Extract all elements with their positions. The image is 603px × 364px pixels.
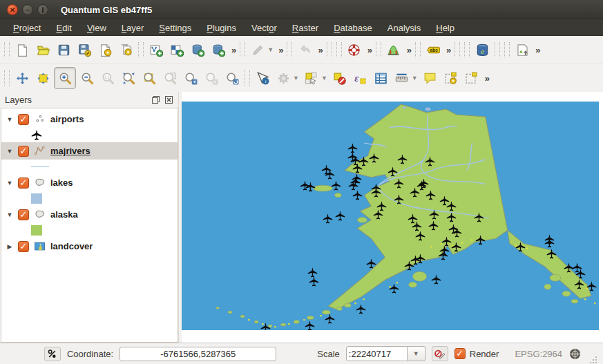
- pan-to-selection-button[interactable]: [33, 68, 52, 88]
- select-by-expression-button[interactable]: ε: [351, 68, 370, 88]
- refresh-map-button[interactable]: [222, 68, 242, 88]
- db-manager-button[interactable]: e: [472, 40, 492, 59]
- add-spatialite-layer-button[interactable]: [209, 40, 228, 59]
- minimize-window-icon[interactable]: −: [22, 4, 33, 15]
- menu-layer[interactable]: Layer: [114, 21, 152, 35]
- layer-visibility-checkbox[interactable]: ✓: [18, 241, 29, 252]
- composer-manager-button[interactable]: [116, 40, 135, 59]
- maximize-window-icon[interactable]: [37, 4, 48, 15]
- map-ocean[interactable]: [182, 102, 599, 330]
- layer-visibility-checkbox[interactable]: ✓: [18, 114, 29, 125]
- toolbar-drag-handle[interactable]: [415, 42, 421, 57]
- menu-plugins[interactable]: Plugins: [199, 21, 244, 35]
- layer-expander-icon[interactable]: ▼: [6, 211, 13, 218]
- add-raster-layer-button[interactable]: [167, 40, 186, 59]
- save-project-as-button[interactable]: [75, 40, 94, 59]
- toolbar-drag-handle[interactable]: [495, 42, 500, 57]
- float-panel-icon[interactable]: [151, 95, 160, 105]
- layer-visibility-checkbox[interactable]: ✓: [18, 146, 29, 157]
- layer-label[interactable]: alaska: [50, 209, 78, 220]
- layer-item-lakes[interactable]: ▼✓lakes: [1, 174, 178, 191]
- render-checkbox[interactable]: ✓: [454, 348, 466, 359]
- toolbar-drag-handle[interactable]: [4, 70, 10, 86]
- title-bar[interactable]: ✕ − Quantum GIS eb47ff5: [0, 0, 603, 19]
- toolbar-overflow-icon[interactable]: »: [535, 45, 539, 55]
- toolbar-drag-handle[interactable]: [138, 42, 144, 57]
- toolbar-drag-handle[interactable]: [327, 42, 332, 57]
- scale-value[interactable]: :22240717: [346, 346, 408, 361]
- map-tips-button[interactable]: [421, 68, 440, 88]
- close-panel-icon[interactable]: [164, 95, 173, 105]
- toolbar-overflow-icon[interactable]: »: [231, 45, 235, 55]
- zoom-previous-button[interactable]: [181, 68, 200, 88]
- labeling-button[interactable]: abc: [423, 40, 443, 59]
- toolbar-drag-handle[interactable]: [464, 42, 470, 57]
- layer-item-airports[interactable]: ▼✓airports: [1, 111, 178, 128]
- menu-raster[interactable]: Raster: [285, 21, 326, 35]
- raster-histogram-button[interactable]: [384, 40, 403, 59]
- layer-expander-icon[interactable]: ▶: [6, 243, 13, 250]
- toolbar-overflow-icon[interactable]: »: [278, 45, 282, 55]
- map-tool-settings-button[interactable]: [274, 68, 293, 88]
- layer-visibility-checkbox[interactable]: ✓: [18, 209, 29, 220]
- dropdown-arrow-icon[interactable]: ▼: [412, 75, 418, 82]
- identify-features-button[interactable]: i: [253, 68, 272, 88]
- layer-item-landcover[interactable]: ▶✓landcover: [1, 238, 178, 255]
- dropdown-arrow-icon[interactable]: ▼: [321, 75, 327, 82]
- undo-button[interactable]: [295, 40, 314, 59]
- layer-label[interactable]: airports: [50, 114, 84, 124]
- toolbar-drag-handle[interactable]: [336, 42, 342, 57]
- toolbar-drag-handle[interactable]: [4, 42, 10, 57]
- crs-globe-icon[interactable]: [568, 347, 582, 361]
- toolbar-drag-handle[interactable]: [376, 42, 381, 57]
- menu-help[interactable]: Help: [428, 21, 462, 35]
- add-postgis-layer-button[interactable]: [188, 40, 207, 59]
- zoom-in-button[interactable]: [54, 67, 76, 89]
- menu-vector[interactable]: Vector: [244, 21, 285, 35]
- layer-expander-icon[interactable]: ▼: [6, 148, 13, 155]
- layer-expander-icon[interactable]: ▼: [6, 116, 13, 123]
- toolbar-overflow-icon[interactable]: »: [485, 73, 488, 84]
- layer-item-alaska[interactable]: ▼✓alaska: [1, 206, 178, 223]
- layer-label[interactable]: landcover: [50, 241, 93, 251]
- toolbar-overflow-icon[interactable]: »: [446, 45, 450, 55]
- menu-analysis[interactable]: Analysis: [380, 21, 428, 35]
- toolbar-overflow-icon[interactable]: »: [407, 45, 410, 55]
- open-project-button[interactable]: [33, 40, 52, 59]
- coordinate-input[interactable]: [119, 347, 276, 361]
- toggle-editing-button[interactable]: [248, 40, 267, 59]
- menu-edit[interactable]: Edit: [48, 21, 79, 35]
- menu-database[interactable]: Database: [326, 21, 380, 35]
- scale-dropdown-icon[interactable]: ▼: [408, 346, 425, 361]
- help-contents-button[interactable]: [345, 40, 364, 59]
- toolbar-overflow-icon[interactable]: »: [318, 45, 321, 55]
- stop-render-icon[interactable]: [432, 346, 448, 361]
- toolbar-drag-handle[interactable]: [504, 42, 510, 57]
- layer-visibility-checkbox[interactable]: ✓: [18, 178, 29, 189]
- toolbar-drag-handle[interactable]: [287, 42, 292, 57]
- layer-label[interactable]: majrivers: [50, 146, 90, 156]
- zoom-to-layer-button[interactable]: [140, 68, 159, 88]
- add-vector-layer-button[interactable]: [146, 40, 166, 59]
- layer-expander-icon[interactable]: ▼: [6, 180, 13, 186]
- layer-label[interactable]: lakes: [50, 178, 73, 188]
- dropdown-arrow-icon[interactable]: ▼: [267, 46, 274, 53]
- resize-grip[interactable]: [589, 356, 597, 364]
- zoom-out-button[interactable]: [77, 68, 97, 88]
- new-print-composer-button[interactable]: [95, 40, 115, 59]
- toolbar-drag-handle[interactable]: [240, 42, 245, 57]
- map-canvas[interactable]: [182, 92, 603, 343]
- new-project-button[interactable]: [12, 40, 32, 59]
- mapserver-export-button[interactable]: [513, 40, 532, 59]
- menu-settings[interactable]: Settings: [151, 21, 199, 35]
- zoom-next-button[interactable]: [202, 68, 221, 88]
- menu-project[interactable]: Project: [6, 21, 48, 35]
- zoom-full-extent-button[interactable]: [119, 68, 138, 88]
- close-window-icon[interactable]: ✕: [7, 4, 18, 15]
- measure-line-button[interactable]: [392, 68, 412, 88]
- mouse-position-icon[interactable]: [44, 347, 61, 361]
- toolbar-drag-handle[interactable]: [245, 70, 250, 86]
- toolbar-overflow-icon[interactable]: »: [367, 45, 371, 55]
- menu-view[interactable]: View: [79, 21, 114, 35]
- scale-combo[interactable]: :22240717 ▼: [346, 346, 425, 361]
